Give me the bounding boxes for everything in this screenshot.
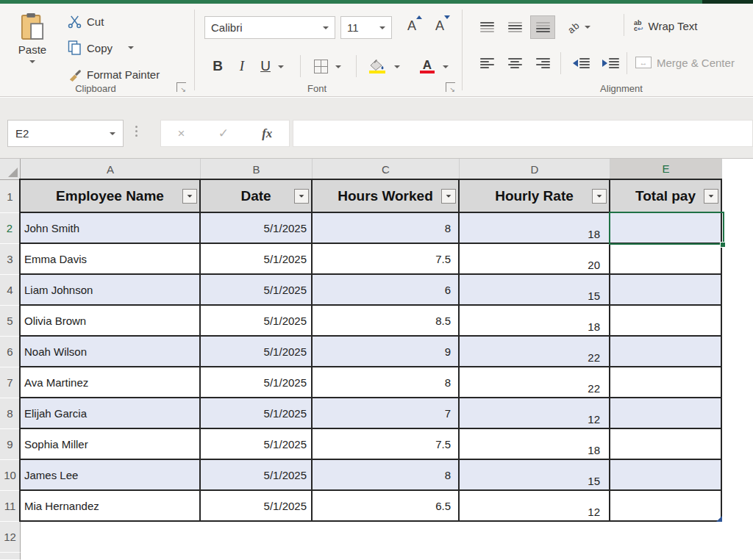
name-box-dropdown-icon[interactable] <box>110 132 115 135</box>
column-header-A[interactable]: A <box>21 159 201 180</box>
row-header-11[interactable]: 11 <box>0 491 21 522</box>
cell-A3[interactable]: Emma Davis <box>21 244 201 275</box>
table-header-cell[interactable]: Hours Worked <box>313 180 460 213</box>
cell-C8[interactable]: 7 <box>313 398 460 429</box>
middle-align-button[interactable] <box>503 16 527 38</box>
insert-function-icon[interactable]: fx <box>262 126 272 141</box>
filter-dropdown-button[interactable] <box>704 189 718 204</box>
font-size-select[interactable]: 11 <box>340 16 392 39</box>
bottom-align-button[interactable] <box>531 16 554 38</box>
cell-A5[interactable]: Olivia Brown <box>21 306 201 337</box>
cell-D4[interactable]: 15 <box>460 275 610 306</box>
cell-D2[interactable]: 18 <box>460 213 610 244</box>
align-center-button[interactable] <box>503 52 527 74</box>
cell-C2[interactable]: 8 <box>313 213 460 244</box>
fill-color-dropdown-icon[interactable] <box>394 65 400 68</box>
cell-B10[interactable]: 5/1/2025 <box>201 460 313 491</box>
table-header-cell[interactable]: Employee Name <box>21 180 201 213</box>
enter-icon[interactable]: ✓ <box>218 126 229 141</box>
cell-B8[interactable]: 5/1/2025 <box>201 398 313 429</box>
cell-E4[interactable] <box>610 275 722 306</box>
cell-E8[interactable] <box>610 398 722 429</box>
select-all-button[interactable] <box>0 159 21 180</box>
filter-dropdown-button[interactable] <box>182 189 197 204</box>
underline-dropdown-icon[interactable] <box>278 65 284 68</box>
cell-A6[interactable]: Noah Wilson <box>21 337 201 367</box>
font-dialog-launcher-icon[interactable] <box>446 82 455 92</box>
row-header-9[interactable]: 9 <box>0 429 21 460</box>
table-header-cell[interactable]: Date <box>201 180 313 213</box>
row-header-4[interactable]: 4 <box>0 275 21 306</box>
cell-D8[interactable]: 12 <box>460 398 610 429</box>
cell-A7[interactable]: Ava Martinez <box>21 367 201 398</box>
cut-button[interactable]: Cut <box>68 12 104 30</box>
top-align-button[interactable] <box>475 16 499 38</box>
column-header-E[interactable]: E <box>610 159 722 180</box>
copy-button[interactable]: Copy <box>68 39 134 57</box>
cell-E6[interactable] <box>610 337 722 367</box>
cell-D6[interactable]: 22 <box>460 337 610 367</box>
underline-button[interactable]: U <box>256 55 275 77</box>
table-header-cell[interactable]: Hourly Rate <box>460 180 610 213</box>
cancel-icon[interactable]: × <box>178 126 185 141</box>
column-header-C[interactable]: C <box>313 159 460 180</box>
cell-E2[interactable] <box>610 213 722 244</box>
cell-E5[interactable] <box>610 306 722 337</box>
row-header-6[interactable]: 6 <box>0 337 21 367</box>
cell-D9[interactable]: 18 <box>460 429 610 460</box>
cell-C7[interactable]: 8 <box>313 367 460 398</box>
cell-A9[interactable]: Sophia Miller <box>21 429 201 460</box>
formula-input[interactable] <box>293 120 753 147</box>
row-header-10[interactable]: 10 <box>0 460 21 491</box>
cell-C9[interactable]: 7.5 <box>313 429 460 460</box>
cell-D11[interactable]: 12 <box>460 491 610 522</box>
cell-C4[interactable]: 6 <box>313 275 460 306</box>
cell-C6[interactable]: 9 <box>313 337 460 367</box>
fill-color-button[interactable] <box>368 55 387 77</box>
clipboard-dialog-launcher-icon[interactable] <box>176 82 186 92</box>
cell-C3[interactable]: 7.5 <box>313 244 460 275</box>
font-size-dropdown-icon[interactable] <box>379 26 385 29</box>
formula-bar-grip[interactable] <box>135 126 138 137</box>
borders-button[interactable] <box>312 55 329 77</box>
table-header-cell[interactable]: Total pay <box>610 180 722 213</box>
cell-B9[interactable]: 5/1/2025 <box>201 429 313 460</box>
cell-C10[interactable]: 8 <box>313 460 460 491</box>
cell-B4[interactable]: 5/1/2025 <box>201 275 313 306</box>
cell-B11[interactable]: 5/1/2025 <box>201 491 313 522</box>
decrease-indent-button[interactable] <box>568 52 594 74</box>
cell-A4[interactable]: Liam Johnson <box>21 275 201 306</box>
paste-button[interactable]: Paste <box>10 12 54 89</box>
increase-font-size-button[interactable]: A <box>401 18 423 34</box>
cell-E11[interactable] <box>610 491 722 522</box>
cell-D10[interactable]: 15 <box>460 460 610 491</box>
font-color-dropdown-icon[interactable] <box>443 65 449 68</box>
cell-C11[interactable]: 6.5 <box>313 491 460 522</box>
fill-handle[interactable] <box>720 242 726 248</box>
cell-B7[interactable]: 5/1/2025 <box>201 367 313 398</box>
format-painter-button[interactable]: Format Painter <box>68 65 160 83</box>
row-header-12[interactable]: 12 <box>0 522 21 553</box>
wrap-text-button[interactable]: abc↩ Wrap Text <box>634 17 698 35</box>
align-right-button[interactable] <box>531 52 554 74</box>
font-color-button[interactable]: A <box>418 55 437 77</box>
row-header-2[interactable]: 2 <box>0 213 21 244</box>
cell-D5[interactable]: 18 <box>460 306 610 337</box>
cell-E10[interactable] <box>610 460 722 491</box>
row-header-3[interactable]: 3 <box>0 244 21 275</box>
paste-dropdown-icon[interactable] <box>29 60 35 63</box>
increase-indent-button[interactable] <box>597 52 624 74</box>
orientation-dropdown-icon[interactable] <box>585 26 590 29</box>
row-header-7[interactable]: 7 <box>0 367 21 398</box>
row-header-partial[interactable] <box>0 553 21 560</box>
italic-button[interactable]: I <box>232 55 251 77</box>
cell-A10[interactable]: James Lee <box>21 460 201 491</box>
font-name-select[interactable]: Calibri <box>204 16 335 39</box>
row-header-1[interactable]: 1 <box>0 180 21 213</box>
bold-button[interactable]: B <box>208 55 227 77</box>
cell-B5[interactable]: 5/1/2025 <box>201 306 313 337</box>
cell-E7[interactable] <box>610 367 722 398</box>
filter-dropdown-button[interactable] <box>441 189 456 204</box>
font-name-dropdown-icon[interactable] <box>323 26 329 29</box>
row-header-8[interactable]: 8 <box>0 398 21 429</box>
